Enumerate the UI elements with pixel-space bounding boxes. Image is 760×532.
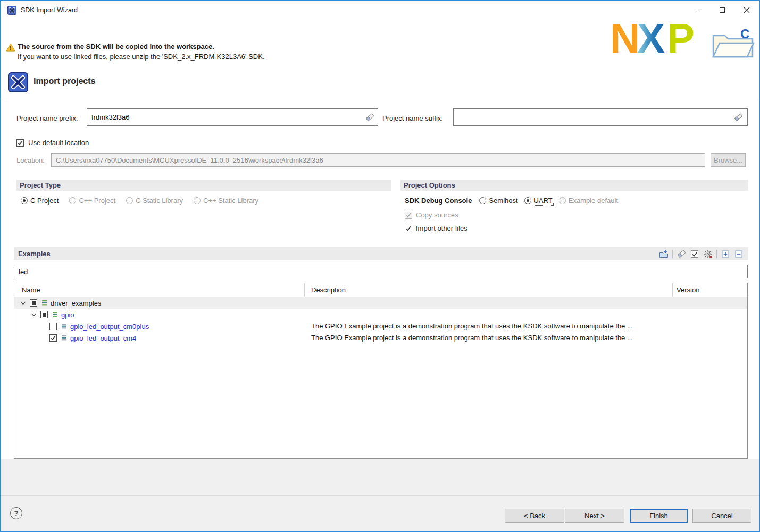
radio-semihost[interactable]: Semihost [479,197,517,205]
tree-checkbox[interactable] [30,299,37,307]
suffix-input[interactable] [453,108,748,126]
chevron-down-icon[interactable] [30,311,37,318]
minimize-button[interactable] [686,1,710,19]
location-input [51,153,705,167]
tree-item-label: driver_examples [51,299,101,307]
sdk-debug-console-label: SDK Debug Console [405,197,472,205]
tree-checkbox[interactable] [40,311,48,318]
project-type-options: C Project C++ Project C Static Library C… [21,197,258,205]
tree-checkbox[interactable] [49,323,57,330]
example-icon [61,323,68,330]
column-divider[interactable] [672,283,673,297]
collapse-all-icon[interactable] [734,249,744,259]
tree-item-label: gpio_led_output_cm4 [70,334,136,342]
sdk-folder-icon: C [711,27,756,61]
sdk-import-wizard-window: SDK Import Wizard The source from the SD… [0,0,760,532]
tree-item-label: gpio [61,311,74,319]
warning-line1: The source from the SDK will be copied i… [18,43,214,50]
radio-icon [69,197,76,204]
page-title: Import projects [34,77,95,86]
svg-text:X: X [637,22,665,57]
back-button[interactable]: < Back [505,509,564,523]
warning-line2: If you want to use linked files, please … [18,53,265,61]
debug-console-row: SDK Debug Console Semihost UART Example … [405,197,618,205]
tree-item-description: The GPIO Example project is a demonstrat… [311,320,633,332]
radio-icon [194,197,201,204]
app-icon [7,6,16,15]
svg-text:N: N [612,22,640,57]
tree-item-label: gpio_led_output_cm0plus [70,323,149,331]
radio-icon [21,197,28,204]
radio-cpp-static-library: C++ Static Library [194,197,258,205]
radio-c-project[interactable]: C Project [21,197,59,205]
example-icon [61,334,68,342]
prefix-input[interactable] [87,108,378,126]
maximize-button[interactable] [710,1,734,19]
select-all-checkbox-icon[interactable] [690,249,699,259]
import-example-icon[interactable] [659,249,669,259]
cancel-button[interactable]: Cancel [692,509,751,523]
finish-button[interactable]: Finish [630,509,688,523]
tree-row-gpio[interactable]: gpio [14,309,747,320]
toolbar-separator [672,250,673,258]
tree-row-gpio-led-output-cm4[interactable]: gpio_led_output_cm4 The GPIO Example pro… [14,332,747,344]
suffix-label: Project name suffix: [382,114,443,122]
radio-icon [479,197,486,204]
category-icon [52,311,59,318]
radio-c-static-library: C Static Library [126,197,183,205]
column-header-name[interactable]: Name [22,283,40,297]
copy-sources-checkbox [405,212,412,219]
use-default-location-checkbox[interactable] [16,139,24,147]
column-header-description[interactable]: Description [311,283,346,297]
project-type-header: Project Type [16,180,391,191]
svg-text:P: P [667,22,695,57]
examples-title: Examples [14,250,51,258]
use-default-location-row[interactable]: Use default location [16,139,89,147]
chevron-down-icon[interactable] [20,300,26,306]
wizard-icon [8,72,28,92]
examples-header: Examples [14,247,748,260]
toolbar-separator [716,250,717,258]
banner: Import projects [1,66,759,99]
import-other-files-label: Import other files [416,224,467,232]
tree-row-gpio-led-output-cm0plus[interactable]: gpio_led_output_cm0plus The GPIO Example… [14,320,747,332]
next-button[interactable]: Next > [565,509,624,523]
prefix-label: Project name prefix: [16,114,78,122]
browse-button: Browse... [711,153,746,167]
close-button[interactable] [734,1,759,19]
radio-example-default: Example default [559,197,618,205]
import-other-files-checkbox[interactable] [405,225,412,232]
suffix-clear-icon[interactable] [734,113,743,122]
expand-all-icon[interactable] [721,249,730,259]
copy-sources-label: Copy sources [416,211,458,219]
tree-row-driver-examples[interactable]: driver_examples [14,297,747,309]
tree-item-description: The GPIO Example project is a demonstrat… [311,332,633,344]
filter-gear-icon[interactable] [703,249,713,259]
category-icon [41,299,48,307]
table-header: Name Description Version [14,283,747,297]
maximize-icon [720,7,725,13]
examples-filter-input[interactable] [14,265,748,278]
project-options-header: Project Options [400,180,748,191]
warning-icon [6,43,15,52]
window-controls [686,1,759,19]
footer-separator [1,495,759,496]
radio-icon [524,197,531,204]
examples-table[interactable]: Name Description Version driver_examples [14,283,748,459]
column-divider[interactable] [304,283,305,297]
help-button[interactable]: ? [10,507,22,519]
minimize-icon [695,10,701,10]
examples-toolbar [659,249,748,259]
radio-uart[interactable]: UART [524,197,553,205]
close-icon [744,7,750,13]
nxp-logo: N X P [612,22,707,58]
column-header-version[interactable]: Version [677,283,699,297]
title-bar[interactable]: SDK Import Wizard [1,1,759,20]
import-other-files-row[interactable]: Import other files [405,224,467,232]
copy-sources-row: Copy sources [405,211,458,219]
location-label: Location: [16,156,45,164]
clear-filter-icon[interactable] [677,249,686,259]
svg-text:C: C [740,27,749,41]
prefix-clear-icon[interactable] [365,113,374,122]
tree-checkbox[interactable] [49,334,57,342]
